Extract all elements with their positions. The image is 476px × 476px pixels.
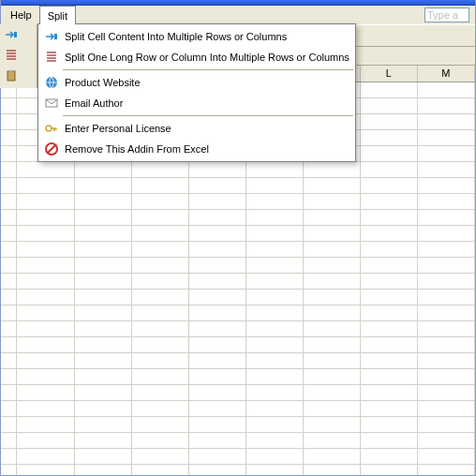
cell[interactable] [304, 194, 361, 209]
cell[interactable] [1, 321, 17, 336]
cell[interactable] [361, 82, 418, 97]
doc-lines-icon[interactable] [0, 45, 37, 66]
cell[interactable] [17, 385, 74, 400]
cell[interactable] [132, 162, 189, 177]
cell[interactable] [418, 274, 475, 289]
cell[interactable] [17, 258, 74, 273]
cell[interactable] [361, 385, 418, 400]
cell[interactable] [189, 274, 246, 289]
cell[interactable] [246, 305, 304, 320]
cell[interactable] [246, 465, 304, 475]
cell[interactable] [304, 449, 361, 464]
cell[interactable] [418, 401, 475, 416]
grid-row[interactable] [1, 417, 475, 433]
cell[interactable] [246, 274, 304, 289]
cell[interactable] [246, 178, 304, 193]
cell[interactable] [17, 433, 74, 448]
cell[interactable] [132, 226, 189, 241]
cell[interactable] [361, 178, 418, 193]
cell[interactable] [1, 305, 17, 320]
cell[interactable] [361, 290, 418, 305]
cell[interactable] [75, 194, 132, 209]
cell[interactable] [304, 178, 361, 193]
cell[interactable] [17, 178, 74, 193]
cell[interactable] [75, 290, 132, 305]
cell[interactable] [246, 210, 304, 225]
cell[interactable] [17, 353, 74, 368]
cell[interactable] [304, 162, 361, 177]
cell[interactable] [1, 465, 17, 475]
cell[interactable] [1, 114, 17, 129]
grid-row[interactable] [1, 401, 475, 417]
cell[interactable] [75, 305, 132, 320]
cell[interactable] [189, 226, 246, 241]
grid-row[interactable] [1, 433, 475, 449]
grid-row[interactable] [1, 321, 475, 337]
menu-item-email[interactable]: Email Author [38, 93, 355, 113]
cell[interactable] [418, 337, 475, 352]
help-search-input[interactable]: Type a [424, 7, 469, 22]
cell[interactable] [1, 401, 17, 416]
cell[interactable] [418, 258, 475, 273]
cell[interactable] [1, 210, 17, 225]
grid-row[interactable] [1, 178, 475, 194]
menu-item-split-cell[interactable]: Split Cell Content Into Multiple Rows or… [38, 26, 355, 47]
grid-row[interactable] [1, 449, 475, 465]
cell[interactable] [1, 433, 17, 448]
cell[interactable] [1, 417, 17, 432]
cell[interactable] [75, 417, 132, 432]
grid-row[interactable] [1, 305, 475, 321]
cell[interactable] [361, 321, 418, 336]
cell[interactable] [418, 178, 475, 193]
cell[interactable] [246, 417, 304, 432]
cell[interactable] [1, 242, 17, 257]
cell[interactable] [1, 130, 17, 145]
cell[interactable] [304, 242, 361, 257]
cell[interactable] [246, 401, 304, 416]
menu-help[interactable]: Help [3, 6, 39, 24]
colhead-M[interactable]: M [418, 66, 475, 82]
grid-row[interactable] [1, 274, 475, 290]
cell[interactable] [246, 337, 304, 352]
cell[interactable] [189, 353, 246, 368]
cell[interactable] [132, 449, 189, 464]
cell[interactable] [246, 449, 304, 464]
flow-right-icon[interactable] [0, 24, 37, 45]
cell[interactable] [361, 130, 418, 145]
cell[interactable] [418, 146, 475, 161]
cell[interactable] [189, 449, 246, 464]
cell[interactable] [361, 417, 418, 432]
cell[interactable] [246, 369, 304, 384]
cell[interactable] [361, 401, 418, 416]
cell[interactable] [132, 433, 189, 448]
cell[interactable] [1, 385, 17, 400]
cell[interactable] [17, 242, 74, 257]
cell[interactable] [418, 321, 475, 336]
grid-row[interactable] [1, 385, 475, 401]
cell[interactable] [304, 210, 361, 225]
cell[interactable] [132, 465, 189, 475]
cell[interactable] [246, 242, 304, 257]
cell[interactable] [418, 385, 475, 400]
cell[interactable] [418, 242, 475, 257]
cell[interactable] [75, 321, 132, 336]
cell[interactable] [361, 210, 418, 225]
cell[interactable] [189, 178, 246, 193]
cell[interactable] [132, 321, 189, 336]
cell[interactable] [75, 385, 132, 400]
cell[interactable] [75, 162, 132, 177]
cell[interactable] [17, 449, 74, 464]
cell[interactable] [361, 162, 418, 177]
cell[interactable] [189, 337, 246, 352]
grid-row[interactable] [1, 290, 475, 305]
cell[interactable] [304, 274, 361, 289]
cell[interactable] [418, 98, 475, 113]
cell[interactable] [418, 226, 475, 241]
cell[interactable] [75, 337, 132, 352]
cell[interactable] [361, 114, 418, 129]
cell[interactable] [304, 465, 361, 475]
cell[interactable] [75, 353, 132, 368]
cell[interactable] [418, 353, 475, 368]
cell[interactable] [1, 146, 17, 161]
cell[interactable] [132, 337, 189, 352]
